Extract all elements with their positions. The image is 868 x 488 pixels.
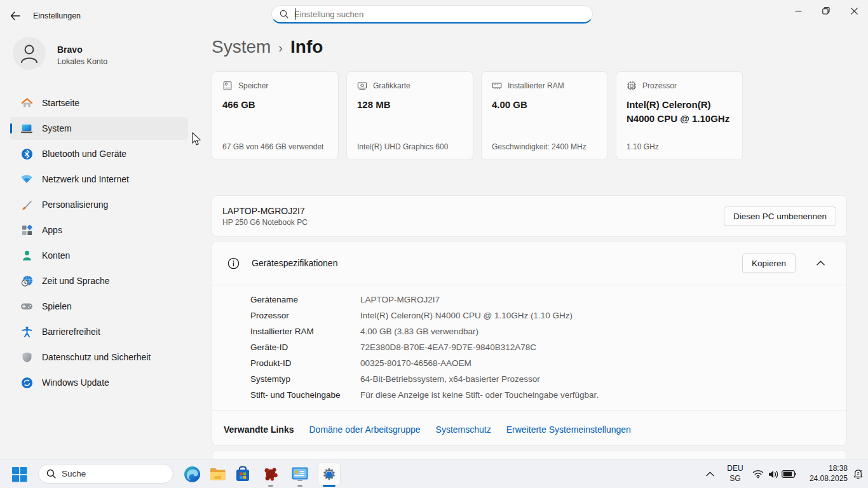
card-value: 128 MB [357,98,463,112]
store-icon [234,466,251,482]
sidebar-item-system[interactable]: System [10,117,188,140]
cpu-card[interactable]: Prozessor Intel(R) Celeron(R) N4000 CPU … [616,71,743,160]
person-icon [20,43,39,64]
rename-pc-button[interactable]: Diesen PC umbenennen [724,207,836,226]
wifi-tray-icon[interactable] [751,468,765,480]
spec-label: Systemtyp [250,374,360,384]
cpu-icon [627,81,637,91]
taskbar-search-input[interactable] [62,469,151,478]
related-links-row: Verwandte Links Domäne oder Arbeitsgrupp… [212,410,846,449]
sidebar-item-personalisierung[interactable]: Personalisierung [10,193,188,216]
spec-value: LAPTOP-MGROJ2I7 [360,295,440,304]
sidebar-item-bluetooth[interactable]: Bluetooth und Geräte [10,142,188,165]
sidebar-item-netzwerk[interactable]: Netzwerk und Internet [10,168,188,191]
apps-icon [20,224,33,236]
chevron-up-icon [706,471,714,477]
time-language-icon [20,274,33,287]
tray-chevron-button[interactable] [702,467,718,481]
sidebar-item-datenschutz[interactable]: Datenschutz und Sicherheit [10,346,188,369]
search-icon [46,469,56,478]
specs-table: Gerätename LAPTOP-MGROJ2I7 Prozessor Int… [212,285,846,403]
profile-account-type: Lokales Konto [57,57,107,66]
battery-tray-icon[interactable] [780,468,797,480]
gpu-icon [357,81,367,91]
link-advanced-system-settings[interactable]: Erweiterte Systemeinstellungen [506,424,631,435]
clock-tray[interactable]: 18:38 24.08.2025 [799,464,848,484]
back-arrow-icon [10,11,20,20]
sidebar-item-label: System [42,123,72,133]
taskbar-search-box[interactable] [38,464,173,484]
edge-taskbar-icon[interactable] [183,465,201,483]
bluetooth-icon [20,147,33,160]
gear-icon: ⚙ [322,466,336,482]
back-button[interactable] [6,8,24,24]
spec-label: Installierter RAM [250,327,360,336]
sidebar-item-label: Apps [42,225,62,235]
sidebar-item-label: Startseite [42,98,79,108]
spec-value: 72E380D8-B70E-4EA7-9D7E-9840B312A78C [360,342,536,352]
region-code: SG [729,474,740,484]
avatar[interactable] [13,37,46,70]
sidebar-nav: Startseite System Bluetooth und Geräte [0,92,191,396]
system-icon [20,122,33,135]
sidebar-item-label: Windows Update [42,377,109,388]
home-icon [20,97,33,109]
table-row: Stift- und Toucheingabe Für diese Anzeig… [250,387,834,403]
info-icon [227,257,240,269]
table-row: Systemtyp 64-Bit-Betriebssystem, x64-bas… [250,371,834,387]
settings-taskbar-icon[interactable]: ⚙ [318,463,341,485]
file-explorer-taskbar-icon[interactable] [208,465,226,483]
sidebar-item-apps[interactable]: Apps [10,219,188,241]
sidebar-item-label: Personalisierung [42,200,108,210]
battery-icon [782,470,796,478]
gimp-icon [262,465,280,483]
notifications-tray-button[interactable]: z z [850,467,865,481]
display-app-taskbar-icon[interactable] [291,465,309,483]
volume-tray-icon[interactable] [766,468,780,480]
specs-title: Gerätespezifikationen [252,258,337,268]
spec-label: Produkt-ID [250,358,360,368]
collapse-expander-button[interactable] [810,254,831,273]
gimp-taskbar-icon[interactable] [262,465,280,483]
sidebar-item-konten[interactable]: Konten [10,244,188,267]
sidebar-item-windows-update[interactable]: Windows Update [10,371,188,394]
accounts-icon [20,249,33,262]
link-system-protection[interactable]: Systemschutz [436,424,491,435]
card-label: Installierter RAM [508,81,564,90]
sidebar-item-barrierefreiheit[interactable]: Barrierefreiheit [10,320,188,343]
ram-card[interactable]: Installierter RAM 4.00 GB Geschwindigkei… [481,71,608,160]
sidebar-item-label: Barrierefreiheit [42,327,100,337]
sidebar-item-label: Spielen [42,301,72,311]
network-icon [20,173,33,186]
start-button[interactable] [10,465,28,483]
card-detail: 67 GB von 466 GB verwendet [222,142,332,151]
device-model: HP 250 G6 Notebook PC [222,218,724,227]
svg-text:z: z [860,468,862,473]
microsoft-store-taskbar-icon[interactable] [234,465,252,483]
language-indicator[interactable]: DEU SG [723,464,747,484]
bell-dnd-icon: z z [852,468,864,480]
storage-card[interactable]: Speicher 466 GB 67 GB von 466 GB verwend… [212,71,339,160]
gpu-card[interactable]: Grafikkarte 128 MB Intel(R) UHD Graphics… [346,71,473,160]
running-indicator [297,485,302,487]
windows-update-icon [20,376,33,389]
sidebar-item-spielen[interactable]: Spielen [10,295,188,318]
spec-value: 00325-80170-46568-AAOEM [360,358,471,368]
active-app-indicator [323,485,336,487]
svg-text:z: z [857,470,859,476]
running-indicator [268,485,273,487]
personalization-icon [20,198,33,211]
page-title: Info [290,37,323,57]
tray-date: 24.08.2025 [810,474,848,484]
folder-icon [209,466,226,483]
sidebar-item-startseite[interactable]: Startseite [10,92,188,114]
link-domain-workgroup[interactable]: Domäne oder Arbeitsgruppe [309,424,420,435]
chevron-up-icon [817,261,825,266]
accessibility-icon [20,325,33,338]
spec-value: Für diese Anzeige ist keine Stift- oder … [360,390,599,400]
language-code: DEU [727,464,743,474]
copy-button[interactable]: Kopieren [742,254,796,273]
specs-header[interactable]: Gerätespezifikationen Kopieren [212,241,846,285]
sidebar-item-zeit-sprache[interactable]: Zeit und Sprache [10,269,188,292]
breadcrumb-system[interactable]: System [212,37,271,57]
